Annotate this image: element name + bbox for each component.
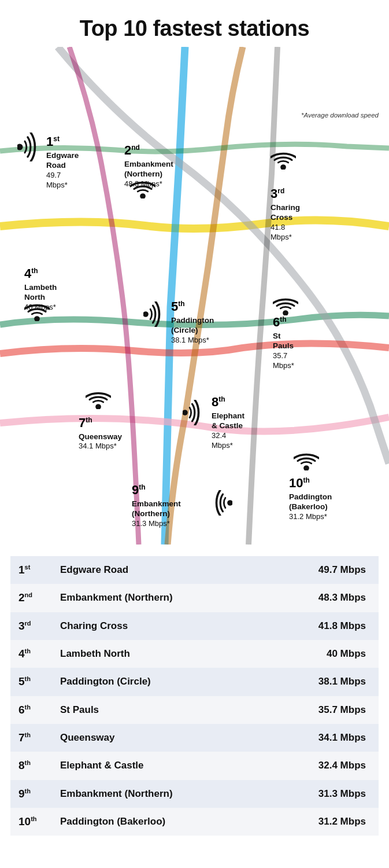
wifi-icon-3 <box>271 144 296 172</box>
table-rank: 4th <box>10 640 52 668</box>
table-speed: 32.4 Mbps <box>265 752 379 779</box>
map-label-3: 3rdCharing Cross41.8 Mbps* <box>271 186 300 242</box>
table-section: 1st Edgware Road 49.7 Mbps 2nd Embankmen… <box>0 545 389 847</box>
map-label-5: 5thPaddington(Circle)38.1 Mbps* <box>171 299 214 345</box>
wifi-icon-8 <box>183 400 208 428</box>
svg-point-2 <box>280 164 286 170</box>
table-rank: 1st <box>10 556 52 584</box>
table-row: 6th St Pauls 35.7 Mbps <box>10 696 379 724</box>
table-row: 4th Lambeth North 40 Mbps <box>10 640 379 668</box>
table-row: 1st Edgware Road 49.7 Mbps <box>10 556 379 584</box>
table-name: Queensway <box>52 724 265 752</box>
map-label-7: 7thQueensway34.1 Mbps* <box>79 415 122 451</box>
table-name: Elephant & Castle <box>52 752 265 779</box>
table-speed: 31.3 Mbps <box>265 780 379 808</box>
table-rank: 5th <box>10 668 52 696</box>
table-speed: 34.1 Mbps <box>265 724 379 752</box>
table-speed: 40 Mbps <box>265 640 379 668</box>
table-name: Lambeth North <box>52 640 265 668</box>
table-name: St Pauls <box>52 696 265 724</box>
wifi-icon-9 <box>207 490 232 518</box>
map-label-4: 4thLambeth North40 Mbps* <box>24 266 57 312</box>
table-speed: 49.7 Mbps <box>265 556 379 584</box>
table-name: Edgware Road <box>52 556 265 584</box>
svg-point-7 <box>183 410 188 415</box>
table-row: 3rd Charing Cross 41.8 Mbps <box>10 612 379 640</box>
map-label-2: 2ndEmbankment(Northern)48.3 Mbps* <box>124 142 173 189</box>
wifi-icon-7 <box>86 384 111 411</box>
table-rank: 8th <box>10 752 52 779</box>
svg-point-4 <box>143 311 149 317</box>
map-section: *Average download speed 1stEdgware Road4… <box>0 47 389 545</box>
table-row: 7th Queensway 34.1 Mbps <box>10 724 379 752</box>
table-speed: 31.2 Mbps <box>265 808 379 836</box>
average-note: *Average download speed <box>301 112 379 119</box>
table-rank: 10th <box>10 808 52 836</box>
wifi-icon-6 <box>273 290 298 318</box>
table-speed: 35.7 Mbps <box>265 696 379 724</box>
tube-map-background <box>0 47 389 545</box>
table-row: 5th Paddington (Circle) 38.1 Mbps <box>10 668 379 696</box>
table-name: Embankment (Northern) <box>52 780 265 808</box>
table-row: 2nd Embankment (Northern) 48.3 Mbps <box>10 584 379 612</box>
page-title: Top 10 fastest stations <box>0 0 389 47</box>
svg-point-8 <box>227 500 232 506</box>
table-name: Embankment (Northern) <box>52 584 265 612</box>
map-label-6: 6thSt Pauls35.7 Mbps* <box>273 314 294 370</box>
table-name: Paddington (Circle) <box>52 668 265 696</box>
wifi-icon-10 <box>294 445 319 473</box>
table-rank: 2nd <box>10 584 52 612</box>
wifi-icon-1 <box>17 133 46 164</box>
table-name: Charing Cross <box>52 612 265 640</box>
table-speed: 38.1 Mbps <box>265 668 379 696</box>
map-label-9: 9thEmbankment(Northern)31.3 Mbps* <box>132 482 181 529</box>
svg-point-9 <box>303 465 309 470</box>
table-row: 9th Embankment (Northern) 31.3 Mbps <box>10 780 379 808</box>
svg-point-6 <box>95 404 101 409</box>
wifi-icon-5 <box>143 301 169 329</box>
table-speed: 41.8 Mbps <box>265 612 379 640</box>
table-row: 8th Elephant & Castle 32.4 Mbps <box>10 752 379 779</box>
table-rank: 6th <box>10 696 52 724</box>
table-rank: 7th <box>10 724 52 752</box>
map-label-10: 10thPaddington(Bakerloo)31.2 Mbps* <box>289 475 332 522</box>
table-rank: 3rd <box>10 612 52 640</box>
table-name: Paddington (Bakerloo) <box>52 808 265 836</box>
svg-point-3 <box>34 316 40 321</box>
table-speed: 48.3 Mbps <box>265 584 379 612</box>
svg-point-1 <box>140 193 146 198</box>
map-label-1: 1stEdgware Road49.7 Mbps* <box>46 134 79 190</box>
table-rank: 9th <box>10 780 52 808</box>
map-label-8: 8thElephant & Castle32.4 Mbps* <box>212 394 244 450</box>
svg-point-0 <box>17 144 23 150</box>
table-row: 10th Paddington (Bakerloo) 31.2 Mbps <box>10 808 379 836</box>
rank-table: 1st Edgware Road 49.7 Mbps 2nd Embankmen… <box>10 556 379 836</box>
